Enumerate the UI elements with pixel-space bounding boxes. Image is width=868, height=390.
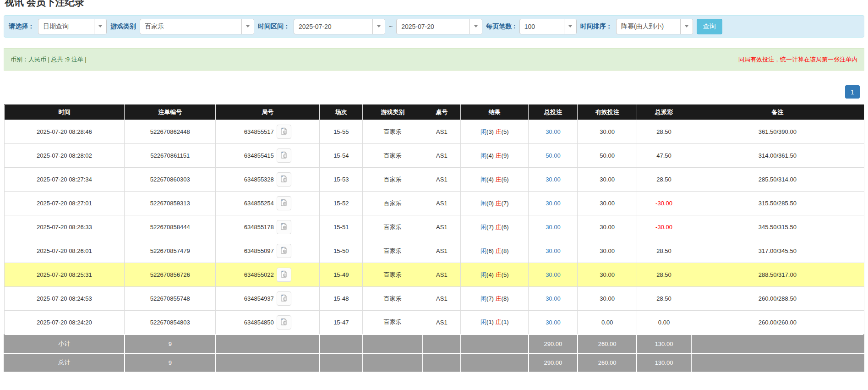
page-size-label: 每页笔数 : [486,22,516,31]
chevron-down-icon[interactable] [94,19,106,34]
cell-game-type: 百家乐 [363,239,423,263]
video-replay-button[interactable] [277,125,291,139]
round-id-text: 634854850 [244,319,274,326]
cell-note: 315.50/285.50 [691,192,864,215]
date-range-tilde: ~ [389,23,393,30]
game-type-select[interactable]: 百家乐 [140,19,254,34]
cell-time: 2025-07-20 08:25:31 [4,263,125,287]
cell-valid-bet: 50.00 [578,144,637,168]
cell-table-no: AS1 [423,311,461,335]
result-player-score: (4) [486,152,494,159]
chevron-down-icon[interactable] [241,19,254,34]
column-header: 备注 [691,105,864,120]
column-header: 结果 [461,105,529,120]
chevron-down-icon[interactable] [372,19,385,34]
chevron-down-icon[interactable] [680,19,693,34]
video-icon [280,175,288,184]
video-icon [280,318,288,327]
cell-round-id: 634855328 [216,168,320,192]
total-bet-link[interactable]: 30.00 [546,295,561,302]
date-from-select[interactable]: 2025-07-20 [294,19,385,34]
cell-time: 2025-07-20 08:28:46 [4,120,125,144]
cell-session: 15-47 [320,311,363,335]
total-label: 总计 [4,353,125,372]
result-player-score: (6) [486,247,494,254]
page-size-select[interactable]: 100 [519,19,577,34]
cell-total-bet: 30.00 [529,311,578,335]
cell-time: 2025-07-20 08:26:01 [4,239,125,263]
cell-session: 15-55 [320,120,363,144]
cell-bet-id: 522670862448 [125,120,216,144]
cell-result: 闲(4) 庄(5) [461,263,529,287]
column-header: 总派彩 [637,105,691,120]
video-replay-button[interactable] [277,196,291,210]
video-replay-button[interactable] [277,244,291,258]
total-bet-link[interactable]: 30.00 [546,247,561,254]
query-type-select[interactable]: 日期查询 [38,19,107,34]
result-player-label: 闲 [480,295,486,302]
total-bet-link[interactable]: 30.00 [546,200,561,207]
total-bet-link[interactable]: 30.00 [546,319,561,326]
time-sort-select[interactable]: 降幂(由大到小) [616,19,693,34]
cell-round-id: 634854937 [216,287,320,311]
result-player-score: (7) [486,224,494,231]
cell-round-id: 634854850 [216,311,320,335]
video-replay-button[interactable] [277,291,291,306]
cell-note: 288.50/317.00 [691,263,864,287]
cell-note: 260.00/260.00 [691,311,864,335]
date-to-select[interactable]: 2025-07-20 [396,19,482,34]
select-type-label: 请选择： [9,22,34,31]
cell-valid-bet: 30.00 [578,215,637,239]
cell-payout: -30.00 [637,215,691,239]
cell-total-bet: 30.00 [529,168,578,192]
video-replay-button[interactable] [277,268,291,282]
column-header: 场次 [320,105,363,120]
result-banker-label: 庄 [496,247,502,254]
cell-valid-bet: 30.00 [578,263,637,287]
result-player-score: (4) [486,271,494,278]
round-id-text: 634855178 [244,224,274,231]
result-banker-label: 庄 [496,295,502,302]
video-replay-button[interactable] [277,220,291,234]
cell-session: 15-52 [320,192,363,215]
cell-game-type: 百家乐 [363,192,423,215]
total-bet-link[interactable]: 30.00 [546,271,561,278]
video-replay-button[interactable] [277,315,291,330]
cell-payout: 28.50 [637,263,691,287]
cell-session: 15-50 [320,239,363,263]
total-bet-link[interactable]: 30.00 [546,224,561,231]
cell-result: 闲(4) 庄(6) [461,168,529,192]
total-bet-link[interactable]: 30.00 [546,176,561,183]
cell-total-bet: 30.00 [529,287,578,311]
cell-table-no: AS1 [423,192,461,215]
cell-bet-id: 522670856726 [125,263,216,287]
round-id-text: 634855415 [244,152,274,159]
total-valid-bet: 260.00 [578,353,637,372]
video-replay-button[interactable] [277,148,291,163]
cell-payout: -30.00 [637,192,691,215]
chevron-down-icon[interactable] [564,19,576,34]
cell-result: 闲(7) 庄(8) [461,287,529,311]
cell-valid-bet: 30.00 [578,239,637,263]
cell-result: 闲(3) 庄(5) [461,120,529,144]
total-bet-link[interactable]: 50.00 [546,152,561,159]
video-icon [280,294,288,303]
page-1-button[interactable]: 1 [845,85,860,99]
cell-game-type: 百家乐 [363,215,423,239]
cell-round-id: 634855178 [216,215,320,239]
currency-total-text: 币别：人民币 | 总共 :9 注单 | [11,55,87,64]
chevron-down-icon[interactable] [469,19,482,34]
cell-table-no: AS1 [423,263,461,287]
table-row: 2025-07-20 08:24:53 522670855748 6348549… [4,287,864,311]
table-row: 2025-07-20 08:27:01 522670859313 6348552… [4,192,864,215]
table-row: 2025-07-20 08:26:01 522670857479 6348550… [4,239,864,263]
total-bet-link[interactable]: 30.00 [546,128,561,135]
column-header: 注单编号 [125,105,216,120]
cell-round-id: 634855254 [216,192,320,215]
query-button[interactable]: 查询 [697,19,722,34]
cell-total-bet: 30.00 [529,192,578,215]
video-replay-button[interactable] [277,172,291,187]
cell-game-type: 百家乐 [363,144,423,168]
result-banker-label: 庄 [496,128,502,135]
result-player-label: 闲 [480,176,486,183]
